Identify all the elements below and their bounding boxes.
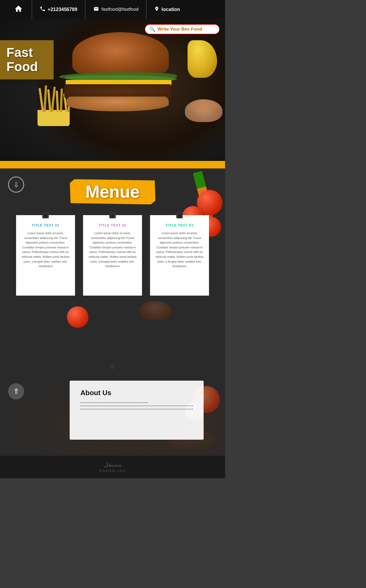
header: +2123456789 fastfood@fastfood location [0,0,225,19]
menu-card-3: TITLE TEXT 03 Lorem ipsum dolor sit amet… [150,215,209,296]
phone-number: +2123456789 [48,7,77,12]
menu-card-2: TITLE TEXT 02 Lorem ipsum dolor sit amet… [83,215,142,296]
menu-cards: TITLE TEXT 01 Lorem ipsum dolor sit amet… [0,215,225,296]
yellow-stripe [0,161,225,168]
down-arrow-icon: ▼ [108,361,117,372]
about-section: ⇑ About Us [0,375,225,456]
sauce-bowl [185,99,222,122]
phone-contact[interactable]: +2123456789 [32,0,85,19]
card-clip-1 [42,212,49,218]
about-line-3 [80,409,193,409]
bell-pepper [188,40,217,78]
footer-domain: mostaql.com [99,468,126,473]
card-body-1: Lorem ipsum dolor sit amet, consectetur … [21,231,70,269]
card-title-2: TITLE TEXT 02 [88,223,137,227]
footer: مستقل mostaql.com [0,456,225,478]
search-icon: 🔍 [150,26,155,32]
location-contact[interactable]: location [147,6,188,13]
burger-image [38,19,225,161]
bun-top [72,32,169,78]
menu-title-brush: Menue [69,179,156,204]
card-clip-2 [109,212,116,218]
hero-title-box: Fast Food [0,40,54,79]
about-arrow-section: ▼ [0,360,225,373]
about-down-arrow: ▼ [0,361,225,373]
about-line-2 [80,406,193,406]
search-bar[interactable]: 🔍 Write Your Bes Food [145,24,220,34]
hero-section: Fast Food 🔍 Write Your Bes Food [0,19,225,161]
search-input-text: Write Your Bes Food [158,27,202,32]
card-title-3: TITLE TEXT 03 [155,223,204,227]
card-title-1: TITLE TEXT 01 [21,223,70,227]
menu-section: ⇓ Menue TITLE TEXT 01 Lorem ipsum dolor … [0,168,225,360]
email-icon [93,6,99,13]
location-label: location [162,7,180,12]
email-address: fastfood@fastfood [102,7,139,12]
patty [64,84,171,98]
footer-arabic: مستقل [5,461,220,468]
about-title: About Us [80,389,193,397]
tomato-solo [67,306,88,328]
title-line2: Food [6,60,38,74]
menu-title-wrap: Menue [0,179,225,204]
sauce-inner [190,102,218,110]
menu-title: Menue [85,182,140,201]
phone-icon [40,6,46,13]
location-icon [154,6,159,13]
home-icon [14,5,23,14]
title-line1: Fast [6,45,33,60]
card-body-3: Lorem ipsum dolor sit amet, consectetur … [155,231,204,269]
menu-card-1: TITLE TEXT 01 Lorem ipsum dolor sit amet… [16,215,75,296]
about-card: About Us [70,381,204,440]
hero-title: Fast Food [6,46,47,74]
card-body-2: Lorem ipsum dolor sit amet, consectetur … [88,231,137,269]
scroll-up-arrow[interactable]: ⇑ [8,383,24,399]
bun-bottom [66,97,169,111]
home-nav[interactable] [5,0,32,19]
card-clip-3 [176,212,183,218]
food-photo-area [0,296,225,344]
about-line-1 [80,402,148,403]
email-contact[interactable]: fastfood@fastfood [85,0,147,19]
spice-bowl [139,301,171,320]
